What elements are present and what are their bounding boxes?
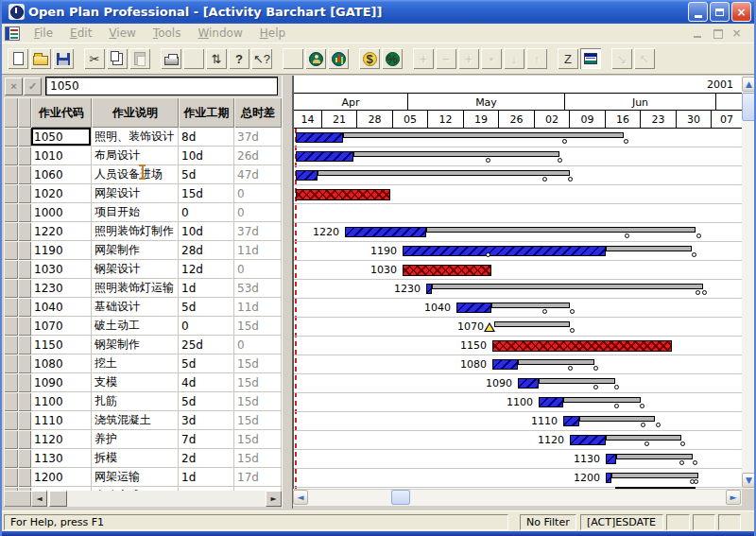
gantt-bar-early[interactable] [563,416,579,426]
row-header-cell[interactable] [4,336,18,354]
cell-desc[interactable]: 扎筋 [92,392,179,411]
gantt-bar-critical[interactable] [296,189,390,200]
row-header-cell[interactable] [4,298,18,317]
chart-scroll-thumb[interactable] [391,490,410,505]
help-button[interactable]: ? [228,47,250,70]
gantt-bar-early[interactable] [296,132,343,143]
row-header-cell[interactable] [18,184,31,203]
row-header-cell[interactable] [18,354,31,373]
row-header-cell[interactable] [18,260,31,279]
cell-code[interactable]: 1060 [31,165,92,184]
row-header-cell[interactable] [4,147,18,165]
cell-dur[interactable]: 5d [179,165,234,184]
cell-code[interactable]: 1230 [31,279,92,298]
gantt-bar-early[interactable] [296,170,318,181]
gantt-bar-late[interactable] [343,132,624,138]
row-header-cell[interactable] [18,392,31,411]
cell-code[interactable]: 1010 [31,147,92,165]
row-header-cell[interactable] [18,203,31,222]
gantt-bar-early[interactable] [492,359,518,370]
gantt-bar-late[interactable] [353,151,559,157]
cell-code[interactable]: 1220 [31,222,92,241]
chart-vscroll-thumb[interactable] [742,93,756,121]
cell-dur[interactable]: 0 [179,317,234,336]
cell-desc[interactable]: 破土动工 [92,317,179,336]
row-header-cell[interactable] [4,354,18,373]
row-header-cell[interactable] [4,184,18,203]
row-header-cell[interactable] [4,411,18,430]
cell-float[interactable]: 15d [234,411,282,430]
row-header-cell[interactable] [18,373,31,392]
gantt-bar-late[interactable] [518,359,594,365]
cell-desc[interactable]: 照明装饰灯制作 [92,222,179,241]
cell-code[interactable]: 1110 [31,411,92,430]
column-header[interactable]: 作业代码 [31,97,92,128]
cell-dur[interactable]: 5d [179,354,234,373]
gantt-bar-critical[interactable] [492,340,672,352]
cell-desc[interactable]: 支模 [92,373,179,392]
cell-code[interactable]: 1000 [31,203,92,222]
table-scroll-thumb[interactable] [49,491,67,507]
cell-dur[interactable]: 0 [179,203,234,222]
child-close-icon[interactable]: × [730,28,743,39]
cell-desc[interactable]: 养护 [92,430,179,449]
cell-desc[interactable]: 网架制作 [92,241,179,260]
panel-splitter[interactable] [282,76,293,509]
gantt-bar-early[interactable] [606,454,616,464]
cell-float[interactable]: 11d [234,241,282,260]
cell-dur[interactable]: 5d [179,392,234,411]
cell-desc[interactable]: 照明装饰灯运输 [92,279,179,298]
row-header-cell[interactable] [4,317,18,336]
cell-float[interactable]: 26d [234,147,282,165]
column-header[interactable]: 总时差 [234,97,282,128]
cell-code[interactable]: 1080 [31,354,92,373]
print-button[interactable] [160,47,182,70]
cell-float[interactable]: 0 [234,336,282,354]
cell-dur[interactable]: 5d [179,298,234,317]
cell-code[interactable]: 1120 [31,430,92,449]
gantt-bar-late[interactable] [616,454,693,459]
scroll-down-icon[interactable]: ▼ [742,473,756,488]
cancel-edit-button[interactable]: × [5,78,23,95]
cell-dur[interactable]: 8d [179,128,234,147]
row-header-cell[interactable] [4,373,18,392]
gantt-bar-early[interactable] [539,397,563,407]
cell-dur[interactable]: 28d [179,241,234,260]
gantt-bar-late[interactable] [563,397,641,403]
scroll-right-icon[interactable]: ► [726,490,741,505]
cell-float[interactable]: 15d [234,449,282,468]
cell-float[interactable]: 37d [234,222,282,241]
copy-button[interactable] [106,47,129,70]
cell-float[interactable]: 11d [234,298,282,317]
cell-dur[interactable]: 10d [179,222,234,241]
cell-float[interactable]: 15d [234,373,282,392]
open-file-button[interactable] [29,47,52,70]
close-button[interactable]: × [731,2,751,22]
cell-code[interactable]: 1200 [31,468,92,487]
cell-code[interactable]: 1150 [31,336,92,354]
cell-float[interactable]: 15d [234,430,282,449]
gantt-bar-late[interactable] [494,321,570,327]
cell-desc[interactable]: 钢架设计 [92,260,179,279]
row-header-cell[interactable] [4,260,18,279]
row-header-cell[interactable] [4,165,18,184]
gantt-bar-late[interactable] [318,170,570,176]
row-header-cell[interactable] [4,222,18,241]
context-help-button[interactable]: ↖? [250,47,273,70]
cell-dur[interactable]: 3d [179,411,234,430]
scroll-right-icon[interactable]: ► [266,491,282,507]
menu-item-edit[interactable]: Edit [61,25,100,42]
cost-button[interactable]: $ [358,47,381,70]
row-header-cell[interactable] [4,241,18,260]
gantt-bar-late[interactable] [579,416,655,422]
cell-code[interactable]: 1050 [31,128,92,147]
gantt-bar-early[interactable] [296,151,353,162]
cell-dur[interactable]: 1d [179,468,234,487]
gantt-bar-early[interactable] [403,246,606,256]
cell-float[interactable]: 37d [234,128,282,147]
accept-edit-button[interactable]: ✓ [24,78,42,95]
row-header-cell[interactable] [18,411,31,430]
scroll-up-icon[interactable]: ▲ [742,77,756,92]
resource-button[interactable] [304,47,327,70]
cell-dur[interactable]: 4d [179,373,234,392]
